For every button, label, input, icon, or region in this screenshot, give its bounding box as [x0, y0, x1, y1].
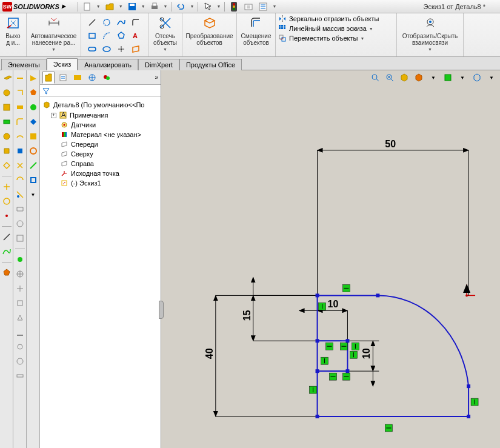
slot-tool-icon[interactable]	[86, 44, 98, 55]
toolbar-icon[interactable]	[28, 145, 39, 156]
toolbar-icon[interactable]	[15, 204, 25, 215]
toolbar-icon[interactable]	[15, 73, 25, 84]
tree-item-top[interactable]: Сверху	[51, 149, 158, 159]
rebuild-button[interactable]	[243, 1, 254, 12]
toolbar-icon[interactable]	[1, 210, 12, 221]
dimension-50[interactable]: 50	[318, 139, 469, 296]
toolbar-icon[interactable]	[15, 160, 25, 171]
toolbar-icon[interactable]	[28, 175, 39, 186]
tree-tab-property[interactable]	[57, 72, 69, 84]
tree-item-right[interactable]: Справа	[51, 159, 158, 169]
dimension-10-h[interactable]: 10	[299, 295, 348, 341]
mirror-button[interactable]: Зеркально отразить объекты	[278, 15, 379, 23]
convert-button[interactable]: Преобразование объектов	[182, 13, 237, 56]
tree-item-front[interactable]: Спереди	[51, 139, 158, 149]
tree-tab-dimxpert[interactable]	[86, 72, 98, 84]
save-button[interactable]	[127, 1, 138, 12]
viewport[interactable]: ▼ ▼ ▼ 50	[161, 70, 500, 448]
toolbar-icon[interactable]	[15, 327, 25, 338]
tree-item-sensors[interactable]: Датчики	[51, 120, 158, 130]
tree-item-material[interactable]: Материал <не указан>	[51, 130, 158, 139]
toolbar-icon[interactable]	[28, 160, 39, 171]
tree-tab-config[interactable]	[72, 72, 84, 84]
text-tool-icon[interactable]: A	[130, 30, 142, 41]
tree-item-origin[interactable]: Исходная точка	[51, 169, 158, 178]
toolbar-icon[interactable]	[28, 116, 39, 127]
toolbar-icon[interactable]	[1, 246, 12, 257]
toolbar-icon[interactable]	[28, 102, 39, 113]
toolbar-icon[interactable]	[1, 87, 12, 98]
toolbar-icon[interactable]	[15, 298, 25, 309]
expander-icon[interactable]: +	[51, 113, 56, 118]
tab-analyze[interactable]: Анализировать	[78, 59, 138, 70]
toolbar-icon[interactable]	[15, 102, 25, 113]
toolbar-icon[interactable]	[15, 175, 25, 186]
tree-filter-bar[interactable]	[40, 85, 161, 97]
toolbar-icon[interactable]	[1, 267, 12, 278]
select-button[interactable]	[202, 1, 213, 12]
open-button[interactable]	[104, 1, 115, 12]
toolbar-icon[interactable]	[1, 116, 12, 127]
tab-dimxpert[interactable]: DimXpert	[138, 59, 179, 70]
trim-button[interactable]: Отсечь объекты ▼	[148, 13, 182, 56]
options-button[interactable]	[258, 1, 268, 12]
toolbar-icon[interactable]	[1, 102, 12, 113]
toolbar-icon[interactable]	[28, 87, 39, 98]
toolbar-icon[interactable]	[15, 189, 25, 200]
rectangle-tool-icon[interactable]	[86, 30, 98, 41]
toolbar-icon[interactable]	[15, 116, 25, 127]
dimension-15[interactable]: 15	[242, 277, 342, 341]
sketch-geometry[interactable]	[316, 293, 471, 418]
tree-expand-icon[interactable]: »	[155, 74, 158, 81]
toolbar-icon[interactable]	[15, 283, 25, 294]
point-tool-icon[interactable]	[115, 44, 127, 55]
plane-tool-icon[interactable]	[130, 44, 142, 55]
toolbar-icon[interactable]	[1, 73, 12, 84]
ellipse-tool-icon[interactable]	[101, 44, 113, 55]
tree-tab-display[interactable]	[101, 72, 113, 84]
circle-tool-icon[interactable]	[101, 17, 113, 28]
tree-root-item[interactable]: Деталь8 (По умолчанию<<По	[42, 99, 158, 110]
offset-button[interactable]: Смещение объектов	[237, 13, 276, 56]
pattern-button[interactable]: Линейный массив эскиза ▼	[278, 24, 373, 33]
exit-sketch-button[interactable]: Выхо д и...	[0, 13, 27, 56]
toolbar-icon[interactable]	[15, 341, 25, 352]
toolbar-icon[interactable]	[28, 73, 39, 84]
chevron-down-icon[interactable]: ▼	[28, 189, 39, 200]
tree-item-annotations[interactable]: +AПримечания	[51, 110, 158, 120]
move-button[interactable]: Переместить объекты ▼	[278, 34, 364, 42]
arc-tool-icon[interactable]	[101, 30, 113, 41]
toolbar-icon[interactable]	[1, 131, 12, 142]
toolbar-icon[interactable]	[1, 160, 12, 171]
tab-features[interactable]: Элементы	[1, 59, 47, 70]
tree-item-sketch1[interactable]: (-) Эскиз1	[51, 178, 158, 188]
undo-button[interactable]	[176, 1, 187, 12]
display-relations-button[interactable]: Отобразить/Скрыть взаимосвязи ▼	[397, 13, 464, 56]
toolbar-icon[interactable]	[15, 312, 25, 323]
toolbar-icon[interactable]	[1, 181, 12, 192]
smart-dimension-button[interactable]: Автоматическое нанесение ра... ▼	[27, 13, 81, 56]
dimension-40[interactable]: 40	[204, 295, 316, 416]
toolbar-icon[interactable]	[1, 145, 12, 156]
tab-office[interactable]: Продукты Office	[179, 59, 242, 70]
fillet-tool-icon[interactable]	[130, 17, 142, 28]
new-button[interactable]	[82, 1, 93, 12]
toolbar-icon[interactable]	[15, 370, 25, 381]
toolbar-icon[interactable]	[15, 356, 25, 367]
toolbar-icon[interactable]	[28, 131, 39, 142]
tab-sketch[interactable]: Эскиз	[47, 58, 78, 70]
toolbar-icon[interactable]	[15, 145, 25, 156]
print-button[interactable]	[149, 1, 160, 12]
toolbar-icon[interactable]	[15, 131, 25, 142]
toolbar-icon[interactable]	[15, 233, 25, 244]
tree-tab-feature[interactable]	[42, 72, 55, 84]
line-tool-icon[interactable]	[86, 17, 98, 28]
toolbar-icon[interactable]	[1, 232, 12, 242]
toolbar-icon[interactable]	[15, 269, 25, 279]
toolbar-icon[interactable]	[15, 218, 25, 229]
spline-tool-icon[interactable]	[115, 17, 127, 28]
toolbar-icon[interactable]	[15, 87, 25, 98]
toolbar-icon[interactable]	[15, 254, 25, 265]
traffic-light-icon[interactable]	[228, 1, 239, 12]
toolbar-icon[interactable]	[1, 196, 12, 207]
